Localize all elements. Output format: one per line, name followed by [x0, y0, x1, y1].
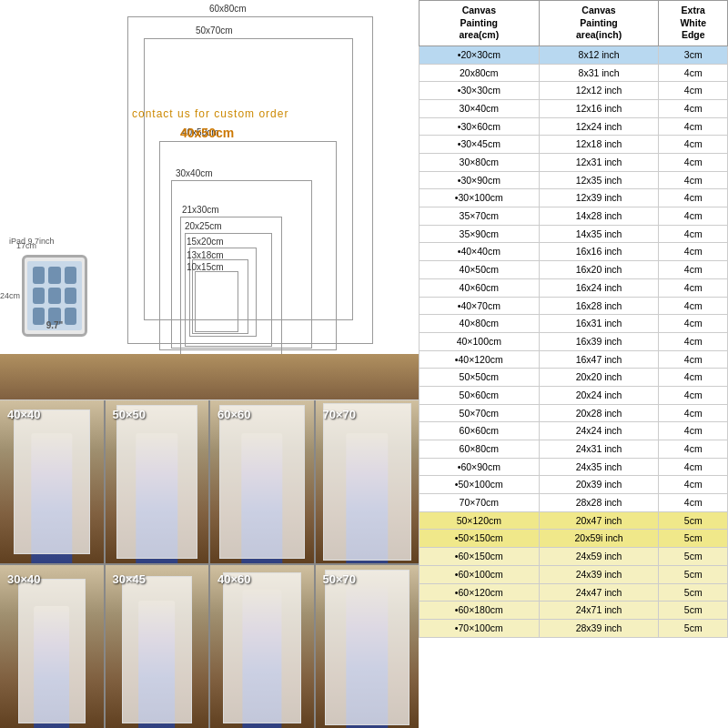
label-40x50-orange: 40x50cm	[180, 126, 234, 140]
cell-painting-inch: 14x35 inch	[539, 225, 659, 243]
cell-painting-inch: 16x20 inch	[539, 261, 659, 279]
table-row: •30×100cm12x39 inch4cm	[420, 189, 728, 207]
cell-painting-cm: •30×30cm	[420, 82, 540, 100]
photo-label-50x70: 50×70	[323, 572, 357, 586]
cell-painting-cm: 50×120cm	[420, 511, 540, 530]
canvas-overlay-6	[122, 576, 193, 723]
cell-edge: 4cm	[659, 82, 728, 100]
cell-edge: 4cm	[659, 99, 728, 117]
contact-text: contact us for custom order	[132, 107, 288, 120]
table-row: 50×120cm20x47 inch5cm	[420, 511, 728, 530]
canvas-overlay-7	[223, 572, 301, 723]
rect-10x15	[195, 271, 238, 332]
cell-painting-cm: 35×70cm	[420, 207, 540, 226]
photo-grid: 40×40 50×50 60×60 70×70 30×40	[0, 400, 419, 728]
photo-label-40x40: 40×40	[7, 408, 41, 421]
cell-edge: 4cm	[659, 386, 728, 404]
photo-strip-top	[0, 354, 419, 399]
cell-edge: 4cm	[659, 189, 728, 207]
ipad-icon-4	[33, 288, 45, 305]
cell-edge: 4cm	[659, 136, 728, 154]
cell-painting-cm: 20x80cm	[420, 64, 540, 82]
cell-painting-inch: 12x35 inch	[539, 171, 659, 189]
photo-cell-70x70: 70×70	[316, 400, 420, 563]
cell-edge: 4cm	[659, 440, 728, 459]
cell-painting-inch: 24x31 inch	[539, 440, 659, 459]
ipad-icon-6	[65, 288, 76, 305]
ipad-illustration: iPad 9.7inch 17cm 24cm 9.7"	[9, 237, 100, 364]
col-header-edge: ExtraWhiteEdge	[659, 1, 728, 46]
cell-painting-inch: 12x16 inch	[539, 99, 659, 117]
table-row: 30×80cm12x31 inch4cm	[420, 154, 728, 172]
cell-painting-cm: •50×150cm	[420, 530, 540, 548]
cell-painting-inch: 24x47 inch	[539, 583, 659, 602]
cell-painting-inch: 16x16 inch	[539, 243, 659, 261]
cell-edge: 4cm	[659, 225, 728, 243]
canvas-overlay-8	[325, 570, 410, 725]
cell-painting-inch: 12x12 inch	[539, 82, 659, 100]
canvas-overlay-3	[219, 405, 305, 559]
label-60x80: 60x80cm	[209, 4, 247, 14]
table-row: •70×100cm28x39 inch5cm	[420, 619, 728, 637]
cell-painting-cm: 40×100cm	[420, 332, 540, 350]
table-row: •30×30cm12x12 inch4cm	[420, 82, 728, 100]
cell-edge: 4cm	[659, 476, 728, 494]
ipad-icon-9	[65, 308, 76, 325]
cell-painting-cm: 50×70cm	[420, 404, 540, 422]
photo-cell-50x50: 50×50	[106, 400, 209, 563]
cell-edge: 4cm	[659, 422, 728, 440]
cell-painting-cm: •20×30cm	[420, 46, 540, 64]
cell-edge: 4cm	[659, 243, 728, 261]
cell-edge: 4cm	[659, 350, 728, 369]
table-row: 40×50cm16x20 inch4cm	[420, 261, 728, 279]
canvas-overlay-2	[116, 405, 198, 559]
ipad-icon-3	[65, 267, 76, 284]
cell-edge: 4cm	[659, 117, 728, 136]
cell-painting-cm: 50×50cm	[420, 369, 540, 387]
cell-painting-inch: 16x28 inch	[539, 297, 659, 315]
cell-painting-cm: •30×100cm	[420, 189, 540, 207]
photo-label-50x50: 50×50	[113, 408, 147, 421]
cell-edge: 3cm	[659, 46, 728, 64]
cell-painting-cm: 40×60cm	[420, 278, 540, 297]
table-row: •50×100cm20x39 inch4cm	[420, 476, 728, 494]
canvas-overlay-1	[14, 410, 90, 554]
table-row: •40×70cm16x28 inch4cm	[420, 297, 728, 315]
ipad-height-label: 24cm	[0, 291, 20, 300]
ipad-body: 9.7"	[22, 255, 87, 337]
cell-edge: 5cm	[659, 583, 728, 602]
table-row: •40×120cm16x47 inch4cm	[420, 350, 728, 369]
cell-painting-cm: 60×80cm	[420, 440, 540, 459]
photo-cell-40x40: 40×40	[0, 400, 104, 563]
table-row: •50×150cm20x59i inch5cm	[420, 530, 728, 548]
ipad-size: 9.7"	[46, 320, 64, 330]
label-20x25: 20x25cm	[185, 221, 222, 231]
cell-edge: 5cm	[659, 530, 728, 548]
table-row: 50×50cm20x20 inch4cm	[420, 369, 728, 387]
cell-painting-cm: 35×90cm	[420, 225, 540, 243]
photo-cell-60x60: 60×60	[210, 400, 314, 563]
cell-painting-cm: 30×40cm	[420, 99, 540, 117]
photo-cell-50x70: 50×70	[316, 565, 420, 728]
table-row: •30×90cm12x35 inch4cm	[420, 171, 728, 189]
cell-painting-cm: 70×70cm	[420, 494, 540, 512]
cell-edge: 5cm	[659, 602, 728, 620]
cell-painting-cm: 60×60cm	[420, 422, 540, 440]
cell-painting-inch: 20x20 inch	[539, 369, 659, 387]
table-row: •20×30cm8x12 inch3cm	[420, 46, 728, 64]
photo-cell-40x60: 40×60	[210, 565, 314, 728]
cell-painting-inch: 12x39 inch	[539, 189, 659, 207]
table-row: •60×100cm24x39 inch5cm	[420, 565, 728, 583]
cell-edge: 4cm	[659, 207, 728, 226]
table-row: 50×60cm20x24 inch4cm	[420, 386, 728, 404]
table-row: •60×90cm24x35 inch4cm	[420, 458, 728, 476]
cell-edge: 4cm	[659, 315, 728, 333]
cell-edge: 4cm	[659, 154, 728, 172]
table-row: 60×80cm24x31 inch4cm	[420, 440, 728, 459]
cell-painting-cm: •60×150cm	[420, 548, 540, 566]
cell-painting-inch: 12x18 inch	[539, 136, 659, 154]
cell-painting-cm: •60×90cm	[420, 458, 540, 476]
label-13x18: 13x18cm	[187, 250, 224, 260]
canvas-overlay-5	[18, 579, 86, 723]
cell-edge: 5cm	[659, 548, 728, 566]
